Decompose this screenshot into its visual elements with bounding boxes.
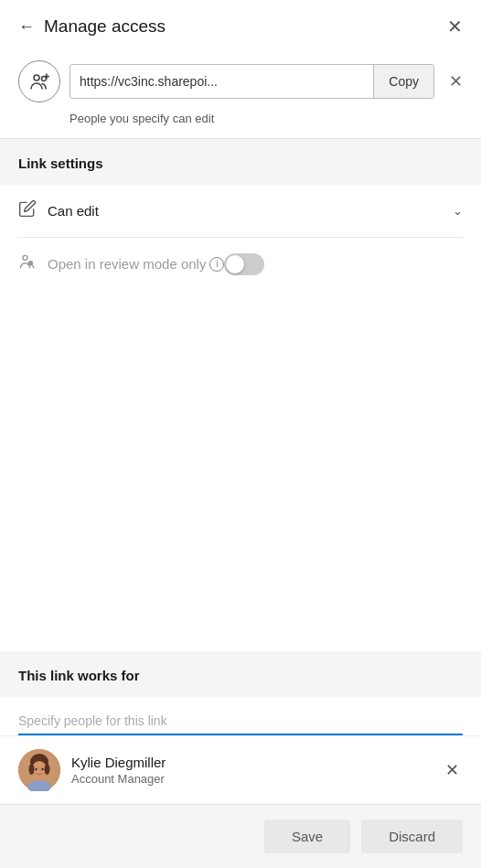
person-job-title: Account Manager <box>71 772 431 786</box>
avatar <box>18 749 60 791</box>
specify-people-input[interactable] <box>18 710 463 735</box>
header-left: ← Manage access <box>18 16 166 37</box>
specify-input-wrapper <box>0 697 481 735</box>
review-mode-row: Open in review mode only i <box>18 238 463 290</box>
chevron-down-icon: ⌄ <box>453 204 463 218</box>
person-info: Kylie Diegmiller Account Manager <box>71 755 431 786</box>
info-icon: i <box>209 257 224 272</box>
remove-person-button[interactable]: ✕ <box>442 756 463 784</box>
person-row: Kylie Diegmiller Account Manager ✕ <box>0 735 481 804</box>
people-link-icon <box>18 60 60 102</box>
link-clear-button[interactable]: ✕ <box>449 71 463 91</box>
can-edit-label: Can edit <box>48 203 453 219</box>
person-name: Kylie Diegmiller <box>71 755 431 770</box>
can-edit-row[interactable]: Can edit ⌄ <box>18 185 463 238</box>
svg-point-13 <box>45 764 50 775</box>
can-edit-value: ⌄ <box>453 204 463 218</box>
discard-button[interactable]: Discard <box>361 820 463 853</box>
header: ← Manage access ✕ <box>0 0 481 49</box>
review-mode-label: Open in review mode only i <box>48 256 224 272</box>
svg-point-0 <box>34 75 39 80</box>
save-button[interactable]: Save <box>264 820 350 853</box>
copy-button[interactable]: Copy <box>373 65 433 98</box>
svg-point-5 <box>23 255 27 260</box>
close-button[interactable]: ✕ <box>447 17 463 36</box>
review-mode-toggle[interactable] <box>224 253 264 275</box>
works-for-title: This link works for <box>18 668 140 683</box>
manage-access-panel: ← Manage access ✕ Copy ✕ People you spec… <box>0 0 481 868</box>
settings-area: Can edit ⌄ Open in review mode only i <box>0 185 481 290</box>
svg-point-14 <box>35 768 37 770</box>
link-url-input[interactable] <box>70 65 373 98</box>
link-input-wrapper: Copy <box>69 64 434 99</box>
link-settings-title: Link settings <box>18 155 103 171</box>
review-mode-icon <box>18 252 48 275</box>
works-for-section: This link works for <box>0 651 481 697</box>
pencil-icon <box>18 199 48 222</box>
svg-point-15 <box>41 768 43 770</box>
page-title: Manage access <box>44 16 166 37</box>
footer: Save Discard <box>0 804 481 868</box>
spacer <box>0 290 481 651</box>
back-button[interactable]: ← <box>18 18 35 35</box>
svg-point-12 <box>29 764 35 775</box>
link-subtitle: People you specify can edit <box>0 108 481 138</box>
link-settings-header: Link settings <box>0 139 481 185</box>
link-row: Copy ✕ <box>0 49 481 108</box>
